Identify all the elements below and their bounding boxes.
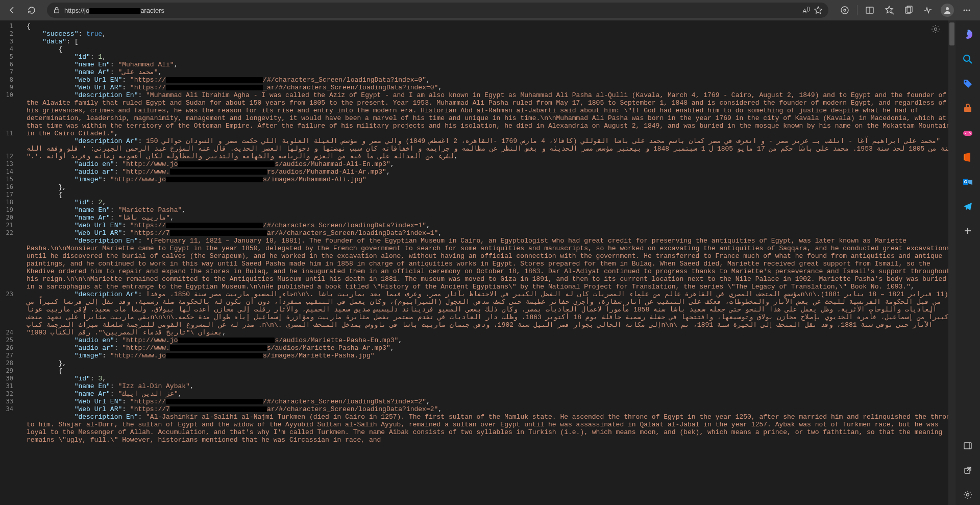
copilot-icon[interactable]: [958, 25, 978, 45]
scrollbar-thumb[interactable]: [949, 22, 954, 45]
vertical-scrollbar[interactable]: [948, 20, 955, 505]
read-aloud-icon[interactable]: A)): [802, 6, 810, 15]
back-button[interactable]: [4, 2, 20, 18]
svg-point-1: [841, 7, 848, 14]
menu-dots-icon[interactable]: [958, 2, 976, 18]
split-screen-icon[interactable]: [861, 2, 879, 18]
svg-point-9: [964, 10, 965, 11]
svg-rect-17: [963, 131, 972, 136]
performance-icon[interactable]: [919, 2, 937, 18]
svg-point-12: [935, 28, 937, 31]
svg-point-18: [965, 133, 966, 134]
office-icon[interactable]: [958, 147, 978, 167]
telegram-icon[interactable]: [958, 196, 978, 217]
svg-rect-16: [964, 107, 971, 112]
svg-rect-0: [55, 10, 59, 13]
collections-icon[interactable]: [899, 2, 918, 18]
svg-point-19: [969, 132, 970, 133]
svg-point-20: [970, 133, 971, 134]
favorites-icon[interactable]: [880, 2, 898, 18]
svg-point-10: [966, 10, 968, 11]
toolbar-divider: [857, 5, 857, 15]
shopping-tag-icon[interactable]: [958, 74, 978, 94]
line-gutter: 1234567891011121314151617181920212223242…: [0, 20, 22, 505]
favorite-star-icon[interactable]: [814, 6, 822, 14]
edge-sidebar: [955, 20, 980, 505]
json-viewer: 1234567891011121314151617181920212223242…: [0, 20, 955, 505]
main-area: 1234567891011121314151617181920212223242…: [0, 20, 980, 505]
games-icon[interactable]: [958, 123, 978, 143]
svg-point-8: [946, 7, 949, 10]
svg-point-13: [964, 55, 970, 61]
url-text: https://joaracters: [64, 7, 798, 14]
panel-icon[interactable]: [958, 436, 978, 456]
add-sidebar-icon[interactable]: [958, 221, 978, 241]
outlook-icon[interactable]: [958, 172, 978, 192]
tools-icon[interactable]: [958, 98, 978, 118]
search-sidebar-icon[interactable]: [958, 49, 978, 69]
svg-rect-26: [964, 443, 971, 449]
svg-point-15: [965, 81, 967, 83]
svg-line-5: [892, 12, 894, 14]
extensions-icon[interactable]: [836, 2, 854, 18]
browser-toolbar: https://joaracters A)): [0, 0, 980, 20]
json-settings-icon[interactable]: [931, 25, 940, 36]
svg-line-14: [969, 61, 972, 63]
svg-point-11: [969, 10, 970, 11]
url-bar[interactable]: https://joaracters A)): [47, 3, 828, 18]
external-icon[interactable]: [958, 460, 978, 480]
svg-point-2: [844, 9, 846, 11]
refresh-button[interactable]: [23, 2, 40, 18]
lock-icon: [53, 7, 60, 14]
settings-sidebar-icon[interactable]: [958, 485, 978, 505]
svg-point-29: [967, 494, 969, 496]
svg-point-23: [965, 181, 967, 183]
code-content[interactable]: { "success": true, "data": [ { "id": 1, …: [22, 20, 955, 505]
profile-avatar[interactable]: [938, 2, 957, 18]
